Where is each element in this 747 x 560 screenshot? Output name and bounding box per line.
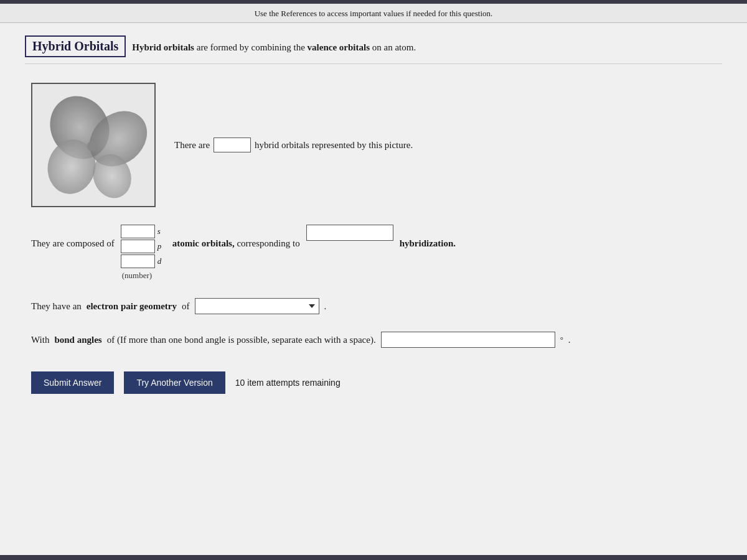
submit-button[interactable]: Submit Answer — [31, 371, 114, 394]
section-title: Hybrid Orbitals — [25, 35, 126, 57]
hybrid-count-row: There are hybrid orbitals represented by… — [174, 138, 413, 152]
section-header: Hybrid Orbitals Hybrid orbitals are form… — [25, 35, 722, 64]
orbital-image — [31, 83, 156, 207]
content-area: There are hybrid orbitals represented by… — [25, 83, 722, 394]
button-row: Submit Answer Try Another Version 10 ite… — [31, 371, 722, 394]
hybridization-input[interactable] — [306, 225, 393, 241]
hybrid-count-input[interactable] — [214, 138, 251, 152]
bond-angles-input[interactable] — [381, 332, 555, 348]
svg-point-4 — [87, 141, 97, 151]
electron-geometry-select[interactable]: linear trigonal planar tetrahedral trigo… — [195, 298, 319, 314]
s-orbital-input[interactable] — [121, 225, 155, 238]
bottom-bar — [0, 555, 747, 560]
hybridization-label: hybridization. — [400, 225, 456, 249]
p-orbital-input[interactable] — [121, 240, 155, 253]
orbital-section: There are hybrid orbitals represented by… — [31, 83, 722, 207]
orbital-svg — [37, 89, 149, 201]
section-description: Hybrid orbitals are formed by combining … — [132, 42, 416, 53]
electron-geometry-row: They have an electron pair geometry of l… — [31, 298, 722, 314]
d-row: d — [121, 254, 166, 268]
p-row: p — [121, 240, 166, 253]
s-row: s — [121, 225, 166, 238]
orbital-spd-block: s p d (number) — [121, 225, 166, 281]
bond-angles-row: With bond angles of (If more than one bo… — [31, 332, 722, 348]
composed-row: They are composed of s p d (numb — [31, 225, 722, 281]
attempts-text: 10 item attempts remaining — [235, 378, 341, 388]
atomic-orbitals-text: atomic orbitals, corresponding to — [172, 225, 300, 249]
reference-bar: Use the References to access important v… — [0, 4, 747, 23]
spd-inputs-block: s p d (number) — [121, 225, 166, 281]
try-another-button[interactable]: Try Another Version — [124, 371, 225, 394]
d-orbital-input[interactable] — [121, 254, 155, 268]
main-content: Hybrid Orbitals Hybrid orbitals are form… — [0, 23, 747, 558]
